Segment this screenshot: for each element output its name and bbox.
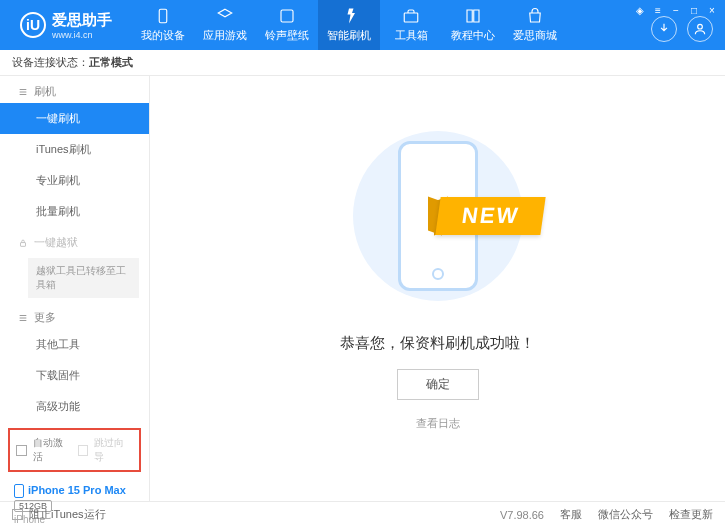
list-icon [18, 87, 28, 97]
view-log-link[interactable]: 查看日志 [416, 416, 460, 431]
checkbox-label: 跳过向导 [94, 436, 133, 464]
new-ribbon: NEW [435, 197, 546, 235]
apps-icon [216, 7, 234, 25]
version-label: V7.98.66 [500, 509, 544, 521]
skin-icon[interactable]: ◈ [633, 3, 647, 17]
sidebar-item-batch-flash[interactable]: 批量刷机 [0, 196, 149, 227]
list-icon [18, 313, 28, 323]
download-icon[interactable] [651, 16, 677, 42]
section-label: 一键越狱 [34, 235, 78, 250]
nav-tabs: 我的设备 应用游戏 铃声壁纸 智能刷机 工具箱 教程中心 爱思商城 [132, 0, 566, 50]
lock-icon [18, 238, 28, 248]
header: iU 爱思助手 www.i4.cn 我的设备 应用游戏 铃声壁纸 智能刷机 工具… [0, 0, 725, 50]
tab-label: 铃声壁纸 [265, 28, 309, 43]
sidebar-item-oneclick-flash[interactable]: 一键刷机 [0, 103, 149, 134]
maximize-icon[interactable]: □ [687, 3, 701, 17]
sidebar-section-jailbreak: 一键越狱 [0, 227, 149, 254]
tab-my-device[interactable]: 我的设备 [132, 0, 194, 50]
tab-toolbox[interactable]: 工具箱 [380, 0, 442, 50]
footer-link-update[interactable]: 检查更新 [669, 507, 713, 522]
status-label: 设备连接状态： [12, 55, 89, 70]
minimize-icon[interactable]: − [669, 3, 683, 17]
sidebar-section-flash[interactable]: 刷机 [0, 76, 149, 103]
svg-rect-1 [281, 10, 293, 22]
device-name: iPhone 15 Pro Max [28, 484, 126, 496]
brand-logo: iU 爱思助手 www.i4.cn [0, 11, 132, 40]
content: NEW 恭喜您，保资料刷机成功啦！ 确定 查看日志 [150, 76, 725, 501]
svg-rect-2 [404, 13, 418, 22]
brand-url: www.i4.cn [52, 30, 112, 40]
options-box: 自动激活 跳过向导 [8, 428, 141, 472]
device-status-bar: 设备连接状态： 正常模式 [0, 50, 725, 76]
section-label: 更多 [34, 310, 56, 325]
tab-label: 我的设备 [141, 28, 185, 43]
main: 刷机 一键刷机 iTunes刷机 专业刷机 批量刷机 一键越狱 越狱工具已转移至… [0, 76, 725, 501]
checkbox-block-itunes[interactable] [12, 509, 23, 520]
toolbox-icon [402, 7, 420, 25]
tab-tutorials[interactable]: 教程中心 [442, 0, 504, 50]
close-icon[interactable]: × [705, 3, 719, 17]
svg-point-3 [698, 24, 703, 29]
sidebar-section-more[interactable]: 更多 [0, 302, 149, 329]
sidebar-item-download-firmware[interactable]: 下载固件 [0, 360, 149, 391]
success-message: 恭喜您，保资料刷机成功啦！ [340, 334, 535, 353]
block-itunes-label: 阻止iTunes运行 [29, 507, 106, 522]
tab-label: 爱思商城 [513, 28, 557, 43]
tab-label: 应用游戏 [203, 28, 247, 43]
wallpaper-icon [278, 7, 296, 25]
logo-icon: iU [20, 12, 46, 38]
sidebar-item-itunes-flash[interactable]: iTunes刷机 [0, 134, 149, 165]
sidebar-item-other-tools[interactable]: 其他工具 [0, 329, 149, 360]
window-controls: ◈ ≡ − □ × [633, 3, 719, 17]
tab-apps[interactable]: 应用游戏 [194, 0, 256, 50]
book-icon [464, 7, 482, 25]
menu-icon[interactable]: ≡ [651, 3, 665, 17]
tab-flash[interactable]: 智能刷机 [318, 0, 380, 50]
footer-link-support[interactable]: 客服 [560, 507, 582, 522]
tab-ringtone[interactable]: 铃声壁纸 [256, 0, 318, 50]
success-illustration: NEW [338, 116, 538, 316]
jailbreak-note: 越狱工具已转移至工具箱 [28, 258, 139, 298]
account-buttons [651, 16, 713, 42]
sidebar-item-advanced[interactable]: 高级功能 [0, 391, 149, 422]
checkbox-skip-guide[interactable] [78, 445, 89, 456]
section-label: 刷机 [34, 84, 56, 99]
store-icon [526, 7, 544, 25]
footer-link-wechat[interactable]: 微信公众号 [598, 507, 653, 522]
phone-icon [14, 484, 24, 498]
checkbox-label: 自动激活 [33, 436, 72, 464]
sidebar-item-pro-flash[interactable]: 专业刷机 [0, 165, 149, 196]
brand-name: 爱思助手 [52, 11, 112, 30]
tab-label: 工具箱 [395, 28, 428, 43]
device-icon [154, 7, 172, 25]
svg-rect-0 [159, 9, 167, 23]
status-value: 正常模式 [89, 55, 133, 70]
sidebar: 刷机 一键刷机 iTunes刷机 专业刷机 批量刷机 一键越狱 越狱工具已转移至… [0, 76, 150, 501]
checkbox-auto-activate[interactable] [16, 445, 27, 456]
flash-icon [340, 7, 358, 25]
ok-button[interactable]: 确定 [397, 369, 479, 400]
tab-label: 智能刷机 [327, 28, 371, 43]
tab-label: 教程中心 [451, 28, 495, 43]
user-icon[interactable] [687, 16, 713, 42]
svg-rect-4 [21, 242, 26, 246]
tab-store[interactable]: 爱思商城 [504, 0, 566, 50]
